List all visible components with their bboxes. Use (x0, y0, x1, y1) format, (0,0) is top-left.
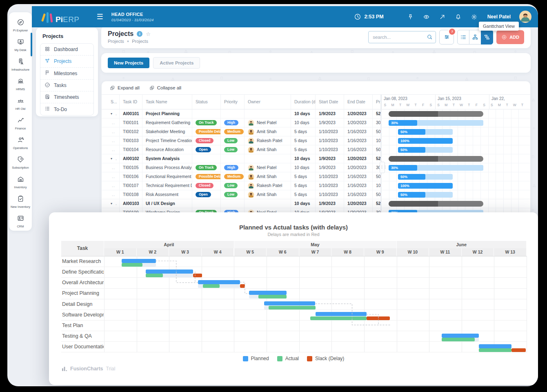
avatar (248, 165, 254, 171)
table-row-ti00104[interactable]: ..TI00104Resource AllocationOpenLowAmit … (102, 145, 530, 154)
eye-icon[interactable] (423, 13, 430, 20)
sidebar-item-label: Finance (15, 127, 26, 130)
dashboard-icon (44, 46, 50, 53)
legend-item-actual[interactable]: Actual (277, 356, 299, 361)
chart-week-label: W 8 (331, 248, 364, 256)
submenu-item-milestones[interactable]: Milestones (40, 68, 93, 80)
expand-all-button[interactable]: Expand all (110, 85, 140, 91)
submenu-item-projects[interactable]: Projects (40, 56, 93, 67)
submenu-item-tasks[interactable]: Tasks (40, 80, 93, 91)
user-name[interactable]: Neel Patel (487, 14, 511, 20)
legend-item-slack-delay[interactable]: Slack (Delay) (307, 356, 344, 361)
sidebar-item-crm[interactable]: CRM (9, 212, 32, 231)
column-header-s[interactable]: S... (107, 95, 120, 109)
tab-new-projects[interactable]: New Projects (108, 58, 149, 68)
user-avatar[interactable] (519, 11, 531, 23)
hamburger-menu-icon[interactable]: ☰ (97, 13, 103, 20)
submenu-item-dashboard[interactable]: Dashboard (40, 44, 93, 56)
status-badge: Open (196, 192, 211, 198)
pin-icon[interactable] (407, 13, 414, 20)
tree-collapse-icon[interactable]: ▾ (111, 199, 112, 208)
gantt-task-bar[interactable]: 30% (389, 120, 483, 126)
column-header-start-date[interactable]: Start Date (316, 95, 344, 109)
column-header-duration-da[interactable]: Duration (da... (291, 95, 316, 109)
sidebar-item-hrms[interactable]: HRMS (9, 74, 32, 94)
notifications-bell-icon[interactable] (455, 13, 462, 20)
tree-collapse-icon[interactable]: ▾ (111, 154, 112, 163)
table-row-ai00103[interactable]: ▾.AI00103UI / UX Design10 days1/9/20231/… (102, 199, 530, 208)
sidebar-item-label: HR Old (16, 107, 26, 111)
sidebar-item-subscription[interactable]: Subscription (9, 153, 32, 172)
settings-gear-icon[interactable] (471, 13, 478, 20)
sidebar-item-finance[interactable]: Finance (9, 114, 32, 133)
gantt-task-bar[interactable]: 50% (398, 174, 453, 180)
pierp-logo[interactable]: PiERP (42, 10, 80, 24)
fiscal-date-range: 01/04/2023 - 31/03/2024 (111, 18, 154, 22)
favorite-star-icon[interactable]: ☆ (146, 31, 151, 37)
status-badge: On Track (196, 120, 217, 126)
gantt-task-bar[interactable]: 50% (398, 129, 453, 135)
gantt-group-bar[interactable] (389, 111, 483, 117)
table-row-ti00101[interactable]: ..TI00101Requirement GatheringOn TrackHi… (102, 118, 530, 127)
current-time: 2:53 PM (364, 14, 383, 20)
column-header-task-id[interactable]: Task ID (120, 95, 142, 109)
gantt-view-button[interactable] (481, 30, 493, 45)
table-row-ti00102[interactable]: ..TI00102Stakeholder MeetingPossible Del… (102, 127, 530, 136)
column-header-priority[interactable]: Priority (221, 95, 245, 109)
sidebar-item-inventory[interactable]: Inventory (9, 172, 32, 192)
hrms-icon (17, 77, 24, 87)
sidebar-item-label: Inventory (14, 186, 27, 189)
gantt-task-bar[interactable]: 50% (398, 192, 453, 198)
expand-all-icon (110, 85, 115, 91)
submenu-item-timesheets[interactable]: Timesheets (40, 91, 93, 103)
gantt-cell (381, 154, 526, 163)
gantt-group-bar[interactable] (389, 156, 483, 162)
sidebar-item-my-desk[interactable]: My Desk (9, 35, 32, 55)
org-view-button[interactable] (469, 30, 481, 45)
legend-item-planned[interactable]: Planned (243, 356, 269, 361)
sidebar-item-new-inventory[interactable]: New Inventory (9, 192, 32, 212)
priority-badge: Low (224, 183, 238, 189)
list-view-button[interactable] (457, 30, 469, 45)
chart-task-label: Market Research (62, 256, 104, 267)
gantt-task-bar[interactable]: 50% (398, 147, 453, 153)
tree-collapse-icon[interactable]: ▾ (111, 109, 112, 118)
submenu-item-to-do[interactable]: To-Do (40, 103, 93, 115)
column-header-end-date[interactable]: End Date (344, 95, 373, 109)
table-row-ti00108[interactable]: ..TI00108Risk AssessmentOpenLowAmit Shah… (102, 190, 530, 199)
tab-active-projects[interactable]: Active Projects (153, 57, 200, 69)
sidebar-item-operations[interactable]: Operations (9, 133, 32, 153)
table-row-ti00105[interactable]: ..TI00105Business Process AnalysisOn Tra… (102, 163, 530, 172)
gantt-task-bar[interactable]: 100% (398, 138, 453, 144)
gantt-group-bar[interactable] (389, 201, 483, 207)
table-row-ai00101[interactable]: ▾.AI00101Project Planning10 days1/9/2023… (102, 109, 530, 118)
legend-label: Slack (Delay) (315, 356, 344, 361)
compass-icon (17, 18, 24, 28)
search-input[interactable] (368, 31, 436, 43)
quick-edit-icon[interactable] (439, 13, 446, 20)
gantt-task-bar[interactable]: 100% (398, 183, 453, 189)
table-row-ti00103[interactable]: ..TI00103Project Timeline CreationClosed… (102, 136, 530, 145)
fusioncharts-icon (62, 365, 67, 372)
gantt-view-icon (484, 34, 490, 40)
breadcrumb-root[interactable]: Projects (108, 39, 124, 44)
table-row-ti00106[interactable]: ..TI00106Functional Requirement ...Possi… (102, 172, 530, 181)
add-button[interactable]: ADD (496, 30, 524, 44)
sidebar-item-pi-explorer[interactable]: Pi Explorer (9, 16, 32, 35)
status-badge: On Track (196, 165, 217, 171)
legend-label: Planned (251, 356, 269, 361)
column-header-task-name[interactable]: Task Name (142, 95, 192, 109)
sidebar-item-hr-old[interactable]: HR Old (9, 94, 32, 114)
info-icon[interactable]: i (137, 31, 142, 37)
column-header-owner[interactable]: Owner (245, 95, 291, 109)
gantt-task-bar[interactable]: 30% (389, 165, 483, 171)
table-row-ti00107[interactable]: ..TI00107Technical Requirement D...Close… (102, 181, 530, 190)
pane-splitter-handle[interactable]: ⋮⋮ (380, 162, 385, 173)
column-header-status[interactable]: Status (192, 95, 221, 109)
column-header-pr[interactable]: Pr... (373, 95, 381, 109)
sidebar-item-infrastructure[interactable]: Infrastructure (9, 55, 32, 74)
table-row-ai00102[interactable]: ▾.AI00102System Analysis10 days1/9/20231… (102, 154, 530, 163)
collapse-all-button[interactable]: Collapse all (149, 85, 181, 91)
filter-button[interactable]: 7 (439, 30, 454, 45)
todo-icon (44, 106, 50, 113)
